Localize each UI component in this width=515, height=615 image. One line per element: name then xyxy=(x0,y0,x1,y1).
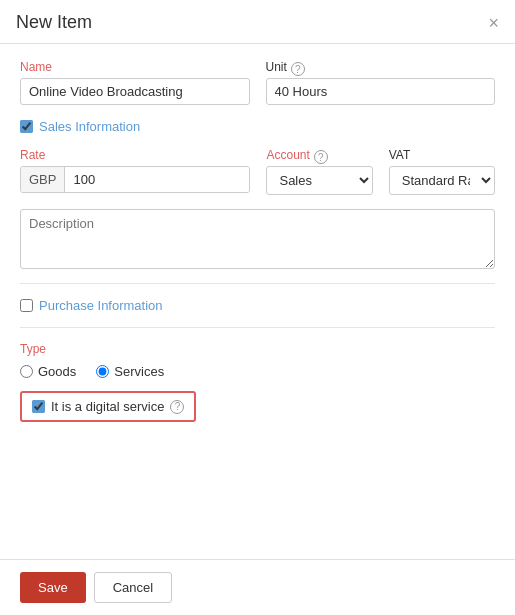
account-group: Account ? Sales xyxy=(266,148,372,195)
goods-label[interactable]: Goods xyxy=(38,364,76,379)
name-unit-row: Name Unit ? xyxy=(20,60,495,105)
modal-header: New Item × xyxy=(0,0,515,44)
purchase-info-label[interactable]: Purchase Information xyxy=(39,298,163,313)
divider2 xyxy=(20,327,495,328)
digital-service-help-icon[interactable]: ? xyxy=(170,400,184,414)
new-item-modal: New Item × Name Unit ? Sales Information xyxy=(0,0,515,615)
purchase-info-checkbox[interactable] xyxy=(20,299,33,312)
sales-info-section: Sales Information xyxy=(20,119,495,134)
digital-service-checkbox[interactable] xyxy=(32,400,45,413)
type-radio-group: Goods Services xyxy=(20,364,495,379)
digital-service-box: It is a digital service ? xyxy=(20,391,196,422)
services-label[interactable]: Services xyxy=(114,364,164,379)
unit-label-row: Unit ? xyxy=(266,60,496,78)
cancel-button[interactable]: Cancel xyxy=(94,572,172,603)
purchase-info-section: Purchase Information xyxy=(20,298,495,313)
rate-label: Rate xyxy=(20,148,250,162)
rate-input[interactable] xyxy=(65,167,249,192)
services-radio-item: Services xyxy=(96,364,164,379)
vat-group: VAT Standard Rate [20% xyxy=(389,148,495,195)
account-label: Account xyxy=(266,148,309,162)
divider1 xyxy=(20,283,495,284)
goods-radio-item: Goods xyxy=(20,364,76,379)
type-label: Type xyxy=(20,342,495,356)
rate-currency: GBP xyxy=(21,167,65,192)
unit-help-icon[interactable]: ? xyxy=(291,62,305,76)
rate-input-group: GBP xyxy=(20,166,250,193)
name-input[interactable] xyxy=(20,78,250,105)
name-group: Name xyxy=(20,60,250,105)
rate-account-vat-row: Rate GBP Account ? Sales VAT Standard Ra xyxy=(20,148,495,195)
modal-body: Name Unit ? Sales Information Rate GBP xyxy=(0,44,515,438)
description-textarea[interactable] xyxy=(20,209,495,269)
goods-radio[interactable] xyxy=(20,365,33,378)
account-select[interactable]: Sales xyxy=(266,166,372,195)
type-section: Type Goods Services It is a digital serv… xyxy=(20,342,495,422)
unit-label: Unit xyxy=(266,60,287,74)
vat-select[interactable]: Standard Rate [20% xyxy=(389,166,495,195)
save-button[interactable]: Save xyxy=(20,572,86,603)
rate-group: Rate GBP xyxy=(20,148,250,195)
modal-title: New Item xyxy=(16,12,92,33)
sales-info-checkbox[interactable] xyxy=(20,120,33,133)
unit-group: Unit ? xyxy=(266,60,496,105)
description-group xyxy=(20,209,495,269)
vat-label: VAT xyxy=(389,148,495,162)
sales-info-label[interactable]: Sales Information xyxy=(39,119,140,134)
account-label-row: Account ? xyxy=(266,148,372,166)
modal-footer: Save Cancel xyxy=(0,559,515,615)
name-label: Name xyxy=(20,60,250,74)
services-radio[interactable] xyxy=(96,365,109,378)
unit-input[interactable] xyxy=(266,78,496,105)
account-help-icon[interactable]: ? xyxy=(314,150,328,164)
digital-service-label[interactable]: It is a digital service xyxy=(51,399,164,414)
close-button[interactable]: × xyxy=(488,14,499,32)
